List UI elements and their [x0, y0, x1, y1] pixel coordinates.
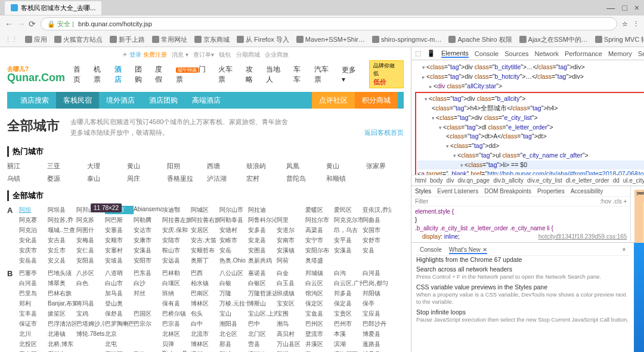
city-link[interactable]: 宝山: [219, 310, 248, 318]
city-link[interactable]: 安塘村: [219, 226, 248, 234]
city-link[interactable]: 宝鸡: [76, 310, 105, 318]
city-link[interactable]: 巴塔姆沙,张 Batu Layar,We: [76, 320, 105, 328]
hot-city[interactable]: 三亚: [47, 162, 85, 171]
crumb[interactable]: body: [430, 177, 443, 184]
hot-city[interactable]: 周庄: [127, 174, 165, 183]
city-link[interactable]: 博爱县: [363, 330, 391, 338]
city-link[interactable]: 阿坝县: [48, 206, 76, 214]
city-link[interactable]: 安县: [363, 246, 391, 255]
city-link[interactable]: 安阳尔布: [305, 246, 334, 255]
city-link[interactable]: 巴州市: [334, 320, 363, 328]
city-link[interactable]: 阿尔山市: [219, 206, 248, 214]
city-link[interactable]: 贝弹: [162, 340, 191, 348]
bookmark-item[interactable]: Ajax之在SSM中的…: [519, 35, 588, 44]
nav-item[interactable]: 车车: [293, 64, 307, 85]
city-link[interactable]: [134, 340, 162, 348]
city-link[interactable]: 安丘市: [48, 246, 76, 255]
city-link[interactable]: 埃迪鄂: [162, 206, 191, 214]
nav-item[interactable]: 端午特惠门票: [176, 64, 212, 85]
city-link[interactable]: 白云区: [305, 279, 334, 288]
city-link[interactable]: 宝围: [277, 310, 305, 318]
star-icon[interactable]: ☆: [622, 20, 628, 28]
city-link[interactable]: 北川: [19, 330, 48, 338]
city-link[interactable]: 安多县: [248, 226, 277, 234]
crumb[interactable]: dl.e_letter_order: [566, 177, 609, 184]
city-link[interactable]: 安舒市: [363, 236, 391, 245]
subnav-item[interactable]: 高端酒店: [185, 92, 228, 109]
city-link[interactable]: 巴西: [191, 269, 219, 277]
hot-city[interactable]: [366, 174, 404, 183]
city-link[interactable]: 巴宗县: [162, 320, 191, 328]
back-link[interactable]: 返回客栈首页: [364, 128, 404, 138]
city-link[interactable]: 白河县: [19, 279, 48, 288]
city-link[interactable]: [277, 206, 305, 214]
nav-item[interactable]: 更多 ▾: [342, 65, 361, 84]
city-link[interactable]: 阿城区: [191, 206, 219, 214]
city-link[interactable]: 北港镇: [48, 330, 76, 338]
bookmark-item[interactable]: 火狐官方站点: [54, 35, 103, 44]
city-link[interactable]: 白沙: [134, 279, 162, 288]
subnav-item-active[interactable]: 客栈民宿: [56, 92, 99, 109]
city-link[interactable]: 安庆.保和: [162, 226, 191, 234]
city-link[interactable]: [363, 257, 391, 265]
city-link[interactable]: 奥新共鸡: [248, 257, 277, 265]
city-link[interactable]: 安南市: [277, 236, 305, 245]
hot-city[interactable]: 婺源: [47, 174, 85, 183]
crumb[interactable]: div.b_allcity: [493, 177, 524, 184]
subnav-item[interactable]: 酒店搜索: [13, 92, 56, 109]
city-link[interactable]: 巴郎沙丹: [363, 320, 391, 328]
city-link[interactable]: 安道尔: [277, 226, 305, 234]
hot-city[interactable]: 宏村: [246, 174, 284, 183]
wallet-link[interactable]: 钱包: [219, 51, 231, 58]
city-link[interactable]: 宝贵区: [334, 310, 363, 318]
bookmark-item[interactable]: 常用网址: [152, 35, 187, 44]
device-icon[interactable]: 📱: [427, 50, 435, 57]
city-link[interactable]: 巴里岛: [19, 289, 48, 298]
filter-toggles[interactable]: :hov .cls +: [600, 198, 627, 205]
hot-city[interactable]: 丽江: [7, 162, 45, 171]
city-link[interactable]: 安溪县: [334, 246, 363, 255]
inspect-icon[interactable]: ⬚: [415, 50, 421, 57]
city-link[interactable]: 北桥,博东: [48, 340, 76, 348]
city-link[interactable]: 包头: [191, 310, 219, 318]
devtools-tab[interactable]: Elements: [441, 50, 469, 58]
hot-city[interactable]: 张家界: [366, 162, 404, 171]
city-link[interactable]: 保亭: [363, 299, 391, 308]
city-link[interactable]: Banjar,布莱恩: [48, 299, 76, 308]
city-link[interactable]: 安顺哲布: [191, 246, 219, 255]
close-icon[interactable]: ×: [623, 246, 626, 254]
city-link[interactable]: 阿坝: [19, 206, 48, 214]
city-link[interactable]: 阿里: [277, 216, 305, 224]
city-link[interactable]: 万棱.元拉卡姆!: [219, 299, 248, 308]
city-link[interactable]: 巴林右旗: [48, 289, 76, 298]
city-link[interactable]: 奥塔盛: [305, 257, 334, 265]
city-link[interactable]: 阿拉苏,乔: [48, 216, 76, 224]
city-link[interactable]: 拔笙区: [48, 310, 76, 318]
styles-tab[interactable]: Accessibility: [571, 188, 603, 194]
nav-item[interactable]: 酒店: [114, 64, 128, 85]
installment-link[interactable]: 分期商城: [236, 51, 260, 58]
city-link[interactable]: 营县: [248, 340, 277, 348]
city-link[interactable]: 北京: [105, 330, 134, 338]
devtools-tab[interactable]: Performance: [565, 50, 602, 57]
hot-city[interactable]: 凤凰: [286, 162, 324, 171]
city-link[interactable]: 班纳: [162, 289, 191, 298]
city-link[interactable]: 保舒县: [105, 310, 134, 318]
devtools-tab[interactable]: Sources: [504, 50, 528, 57]
hot-city[interactable]: 普陀岛: [286, 174, 324, 183]
city-link[interactable]: 阿拉善左旗: [162, 216, 191, 224]
hot-city[interactable]: 黄山: [127, 162, 165, 171]
bookmark-item[interactable]: Maven+SSM+Shir…: [296, 36, 365, 43]
nav-item[interactable]: 机票: [94, 64, 107, 85]
city-link[interactable]: 壁流市: [305, 330, 334, 338]
nav-item[interactable]: 首页: [73, 64, 87, 85]
city-link[interactable]: 阿巴斯: [105, 216, 134, 224]
hot-city[interactable]: 和顺镇: [326, 174, 364, 183]
city-link[interactable]: 爱暖区: [305, 206, 334, 214]
city-link[interactable]: 安塞村: [105, 246, 134, 255]
msg-link[interactable]: 消息: [172, 51, 184, 58]
register-link[interactable]: 免费注册: [143, 51, 167, 58]
hot-city[interactable]: 乌镇: [7, 174, 45, 183]
city-link[interactable]: 巴罗陶喇巴,博: [105, 320, 134, 328]
city-link[interactable]: 万隆哲派达: [248, 289, 277, 298]
